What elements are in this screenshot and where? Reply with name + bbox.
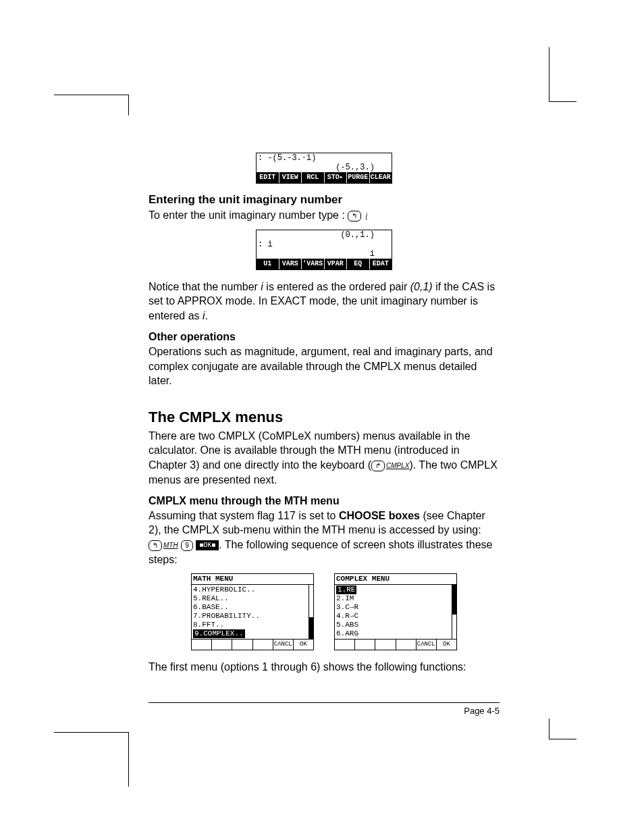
page-content: : -(5.-3.·i) (-5.,3.) EDIT VIEW RCL STO▸…: [149, 149, 500, 681]
notice-paragraph: Notice that the number i is entered as t…: [149, 280, 500, 323]
intro-text: To enter the unit imaginary number type …: [149, 209, 348, 221]
cmplx-mth-title: CMPLX menu through the MTH menu: [149, 495, 340, 506]
page-footer: Page 4-5: [149, 702, 500, 716]
softkey: U1: [257, 259, 279, 269]
intro-paragraph: To enter the unit imaginary number type …: [149, 208, 500, 223]
crop-mark-bottom-left: [54, 732, 129, 787]
complex-menu-screenshot: COMPLEX MENU 1.RE 2.IM 3.C→R 4.R→C 5.ABS…: [334, 573, 457, 650]
ok-softkey-icon: ■OK■: [196, 540, 219, 551]
calc1-line1: : -(5.-3.·i): [257, 153, 392, 163]
section-heading-imaginary: Entering the unit imaginary number: [149, 193, 500, 207]
calc2-line2: : i: [257, 240, 392, 249]
i-key-label: i: [366, 212, 367, 219]
softkey: EQ: [347, 259, 370, 269]
menu-item: 4.R→C: [336, 612, 455, 621]
scrollbar: [452, 585, 456, 639]
menu-item: 7.PROBABILITY..: [193, 612, 312, 621]
softkey: VARS: [279, 259, 302, 269]
menu-softkeys: CANCL OK: [192, 639, 313, 650]
closing-paragraph: The first menu (options 1 through 6) sho…: [149, 660, 500, 675]
softkey: CLEAR: [370, 172, 392, 183]
calc2-softkeys: U1 VARS 'VARS VPAR EQ EDAT: [257, 259, 392, 269]
cmplx-intro: There are two CMPLX (CoMPLeX numbers) me…: [149, 429, 500, 487]
crop-mark-top-left: [54, 95, 129, 115]
softkey: EDAT: [370, 259, 392, 269]
crop-mark-bottom-right: [549, 719, 576, 739]
softkey: EDIT: [257, 172, 279, 183]
menu-screenshots: MATH MENU 4.HYPERBOLIC.. 5.REAL.. 6.BASE…: [149, 573, 500, 650]
nine-key-icon: 9: [181, 540, 193, 551]
menu-item: 2.IM: [336, 594, 455, 603]
calc-screenshot-1: : -(5.-3.·i) (-5.,3.) EDIT VIEW RCL STO▸…: [149, 153, 500, 184]
heading-cmplx-menus: The CMPLX menus: [149, 409, 500, 426]
menu-title: COMPLEX MENU: [335, 574, 456, 585]
math-menu-screenshot: MATH MENU 4.HYPERBOLIC.. 5.REAL.. 6.BASE…: [191, 573, 314, 650]
softkey: RCL: [302, 172, 325, 183]
menu-item: 4.HYPERBOLIC..: [193, 585, 312, 594]
other-operations: Other operations Operations such as magn…: [149, 330, 500, 388]
calc1-softkeys: EDIT VIEW RCL STO▸ PURGE CLEAR: [257, 172, 392, 183]
left-shift-key-icon: ↰: [149, 540, 162, 551]
calc2-line3: i: [257, 249, 392, 259]
menu-item: 8.FFT..: [193, 621, 312, 629]
menu-item: 3.C→R: [336, 603, 455, 612]
right-shift-key-icon: ↱: [371, 461, 385, 471]
softkey: VIEW: [279, 172, 302, 183]
crop-mark-top-right: [549, 47, 576, 102]
softkey: PURGE: [347, 172, 370, 183]
menu-item: 6.ARG: [336, 629, 455, 638]
cmplx-key-label: CMPLX: [386, 462, 409, 469]
page-number: Page 4-5: [464, 706, 500, 716]
other-ops-title: Other operations: [149, 331, 236, 342]
menu-item: 6.BASE..: [193, 603, 312, 612]
calc-screenshot-2: (0.,1.) : i i U1 VARS 'VARS VPAR EQ EDAT: [149, 230, 500, 270]
softkey: 'VARS: [302, 259, 325, 269]
softkey: STO▸: [325, 172, 348, 183]
menu-title: MATH MENU: [192, 574, 313, 585]
other-ops-body: Operations such as magnitude, argument, …: [149, 346, 493, 386]
calc2-line1: (0.,1.): [257, 230, 392, 240]
scrollbar: [308, 585, 313, 639]
menu-item: 5.ABS: [336, 621, 455, 629]
menu-softkeys: CANCL OK: [335, 639, 456, 650]
menu-item-selected: 9.COMPLEX..: [193, 629, 245, 638]
menu-item: 5.REAL..: [193, 594, 312, 603]
left-shift-key-icon: ↰: [348, 211, 361, 221]
mth-key-label: MTH: [163, 542, 178, 549]
calc1-line2: (-5.,3.): [257, 163, 392, 172]
cmplx-mth-section: CMPLX menu through the MTH menu Assuming…: [149, 494, 500, 567]
softkey: VPAR: [325, 259, 348, 269]
menu-item-selected: 1.RE: [336, 585, 356, 594]
